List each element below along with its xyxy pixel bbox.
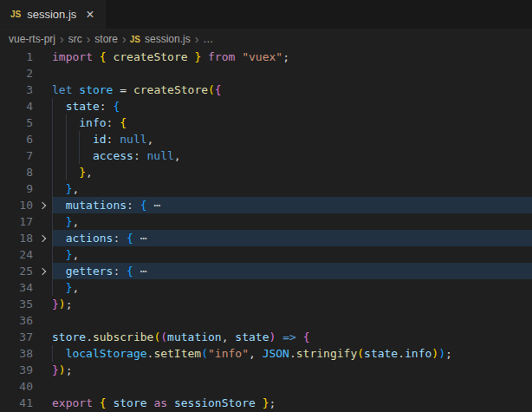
code-editor[interactable]: 1import { createStore } from "vuex";23le… bbox=[0, 49, 532, 412]
fold-spacer bbox=[33, 395, 52, 411]
fold-expand-icon[interactable] bbox=[33, 230, 52, 246]
token: ; bbox=[66, 298, 73, 311]
chevron-right-icon bbox=[39, 234, 46, 241]
code-line-8: 8}, bbox=[0, 164, 532, 180]
token: : bbox=[133, 149, 147, 162]
line-number: 10 bbox=[0, 197, 33, 213]
tab-bar: JS session.js × bbox=[0, 0, 532, 29]
token: state bbox=[364, 347, 398, 360]
indent-guide bbox=[52, 180, 66, 197]
code-line-18: 18actions: { ⋯ bbox=[0, 230, 532, 246]
chevron-right-icon bbox=[39, 267, 46, 274]
line-number: 40 bbox=[0, 378, 33, 395]
breadcrumb-item-vue-rts-prj[interactable]: vue-rts-prj bbox=[8, 33, 56, 45]
token: { bbox=[127, 232, 133, 245]
token: state bbox=[66, 100, 100, 113]
breadcrumb-file[interactable]: session.js bbox=[144, 33, 191, 45]
code-text: let store = createStore({ bbox=[52, 82, 532, 98]
line-number: 17 bbox=[0, 213, 33, 230]
indent-guide bbox=[66, 114, 80, 131]
token: ⋯ bbox=[153, 199, 160, 212]
token: ; bbox=[269, 396, 276, 409]
indent-guide bbox=[52, 246, 66, 263]
token: . bbox=[398, 347, 405, 360]
token: createStore bbox=[133, 83, 208, 96]
line-number: 2 bbox=[0, 65, 33, 82]
token: ( bbox=[357, 347, 364, 360]
token bbox=[133, 265, 140, 278]
line-number: 41 bbox=[0, 395, 33, 411]
close-tab-icon[interactable]: × bbox=[86, 8, 94, 22]
token: subscribe bbox=[93, 330, 153, 343]
token: JSON bbox=[263, 347, 289, 360]
fold-spacer bbox=[33, 164, 52, 180]
token: ; bbox=[282, 50, 289, 63]
indent-guide bbox=[52, 114, 66, 131]
code-line-6: 6id: null, bbox=[0, 131, 532, 147]
fold-spacer bbox=[33, 329, 52, 345]
line-number: 5 bbox=[0, 114, 33, 131]
line-number: 9 bbox=[0, 180, 33, 197]
fold-spacer bbox=[33, 49, 52, 65]
token bbox=[93, 50, 100, 63]
token: : bbox=[113, 265, 127, 278]
code-line-39: 39}); bbox=[0, 362, 532, 378]
token: , bbox=[72, 182, 79, 195]
vscode-window: JS session.js × vue-rts-prj›src›store›JS… bbox=[0, 0, 532, 412]
code-line-25: 25getters: { ⋯ bbox=[0, 263, 532, 279]
line-number: 7 bbox=[0, 147, 33, 164]
fold-expand-icon[interactable] bbox=[33, 197, 52, 213]
indent-guide bbox=[66, 147, 80, 164]
token: ( bbox=[160, 330, 167, 343]
breadcrumb-item-store[interactable]: store bbox=[94, 33, 119, 45]
fold-spacer bbox=[33, 180, 52, 197]
token: , bbox=[222, 330, 236, 343]
code-line-37: 37store.subscribe((mutation, state) => { bbox=[0, 329, 532, 345]
code-text: id: null, bbox=[52, 131, 532, 147]
code-line-36: 36 bbox=[0, 312, 532, 329]
fold-spacer bbox=[33, 279, 52, 296]
token: , bbox=[72, 215, 79, 228]
code-text: }); bbox=[52, 296, 532, 312]
breadcrumb-symbol-ellipsis[interactable]: … bbox=[202, 33, 214, 45]
token: } bbox=[52, 298, 59, 311]
breadcrumb-item-src[interactable]: src bbox=[68, 33, 83, 45]
token: { bbox=[100, 50, 107, 63]
token: stringify bbox=[296, 347, 357, 360]
token: } bbox=[79, 166, 86, 179]
token: { bbox=[140, 199, 147, 212]
code-line-7: 7access: null, bbox=[0, 147, 532, 164]
token: ) bbox=[431, 347, 438, 360]
token: => bbox=[282, 330, 296, 343]
token: : bbox=[107, 116, 120, 129]
js-file-icon: JS bbox=[10, 10, 21, 19]
token: { bbox=[113, 100, 120, 113]
indent-guide bbox=[66, 164, 80, 180]
code-text bbox=[52, 65, 532, 82]
code-text: getters: { ⋯ bbox=[52, 263, 532, 279]
token: { bbox=[100, 396, 107, 409]
token: store bbox=[52, 330, 86, 343]
token: , bbox=[72, 281, 79, 294]
token: { bbox=[215, 83, 222, 96]
token: , bbox=[86, 166, 93, 179]
token bbox=[201, 50, 208, 63]
token: setItem bbox=[153, 347, 201, 360]
chevron-right-icon: › bbox=[122, 33, 127, 45]
breadcrumb: vue-rts-prj›src›store›JSsession.js›… bbox=[0, 29, 532, 49]
token: access bbox=[93, 149, 133, 162]
fold-expand-icon[interactable] bbox=[33, 263, 52, 279]
token: { bbox=[303, 330, 310, 343]
chevron-right-icon: › bbox=[60, 33, 64, 45]
token bbox=[133, 232, 140, 245]
token bbox=[276, 330, 282, 343]
tab-session-js[interactable]: JS session.js × bbox=[0, 0, 106, 29]
line-number: 8 bbox=[0, 164, 33, 180]
token: : bbox=[100, 100, 114, 113]
token: state bbox=[235, 330, 269, 343]
line-number: 24 bbox=[0, 246, 33, 263]
code-line-40: 40 bbox=[0, 378, 532, 395]
indent-guide bbox=[52, 345, 66, 362]
token: : bbox=[113, 232, 127, 245]
token: store bbox=[113, 396, 146, 409]
